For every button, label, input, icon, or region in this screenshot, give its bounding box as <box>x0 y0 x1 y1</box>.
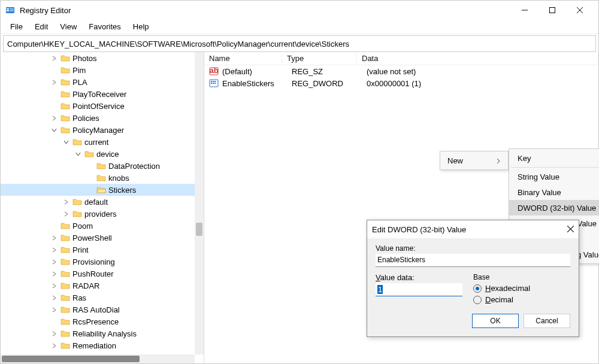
addressbar[interactable] <box>3 35 596 52</box>
cancel-button[interactable]: Cancel <box>524 314 570 328</box>
address-input[interactable] <box>7 40 592 48</box>
minimize-button[interactable] <box>511 1 539 20</box>
tree-item-label: PushRouter <box>72 269 114 278</box>
tree-item[interactable]: default <box>1 196 204 208</box>
folder-icon <box>60 222 70 230</box>
submenu-item[interactable]: Binary Value <box>509 184 599 200</box>
tree-item-label: PolicyManager <box>72 126 124 135</box>
expander-down-icon[interactable] <box>50 128 58 133</box>
col-name[interactable]: Name <box>204 54 282 63</box>
tree-item[interactable]: DataProtection <box>1 160 204 172</box>
expander-right-icon[interactable] <box>50 307 58 313</box>
tree-item[interactable]: Photos <box>1 52 204 64</box>
expander-right-icon[interactable] <box>50 259 58 265</box>
list-row[interactable]: EnableStickersREG_DWORD0x00000001 (1) <box>204 77 598 89</box>
tree-item[interactable]: RAS AutoDial <box>1 304 204 316</box>
expander-right-icon[interactable] <box>50 343 58 348</box>
tree-vertical-thumb[interactable] <box>196 223 202 236</box>
svg-rect-3 <box>10 8 14 10</box>
submenu-item[interactable]: Key <box>509 150 599 166</box>
tree-item[interactable]: Remediation <box>1 339 204 351</box>
menu-help[interactable]: Help <box>127 21 155 32</box>
reg-value-icon: ab <box>209 66 219 76</box>
radio-icon <box>473 284 482 293</box>
tree-item[interactable]: PLA <box>1 76 204 88</box>
tree-item[interactable]: current <box>1 136 204 148</box>
close-button[interactable] <box>566 1 594 20</box>
expander-right-icon[interactable] <box>50 247 58 253</box>
tree-horizontal-scrollbar[interactable] <box>1 354 195 363</box>
tree-item[interactable]: Poom <box>1 220 204 232</box>
tree-item[interactable]: Stickers <box>1 184 204 196</box>
expander-right-icon[interactable] <box>50 80 58 85</box>
maximize-button[interactable] <box>539 1 566 20</box>
radio-hexadecimal[interactable]: Hexadecimal <box>473 284 530 293</box>
submenu-item-label: Binary Value <box>518 188 561 197</box>
tree-item[interactable]: RcsPresence <box>1 316 204 327</box>
folder-icon <box>60 293 70 302</box>
tree-item[interactable]: Provisioning <box>1 256 204 268</box>
value-data-input[interactable]: 1 <box>376 283 462 296</box>
tree-item[interactable]: knobs <box>1 172 204 184</box>
chevron-right-icon <box>496 156 501 165</box>
tree-item-label: providers <box>84 210 116 219</box>
expander-right-icon[interactable] <box>50 116 58 121</box>
menu-edit[interactable]: Edit <box>29 21 54 32</box>
expander-right-icon[interactable] <box>50 271 58 277</box>
folder-icon <box>60 114 70 122</box>
dialog-close-icon[interactable] <box>567 225 574 234</box>
menu-file[interactable]: File <box>4 21 29 32</box>
tree-item[interactable]: PushRouter <box>1 268 204 280</box>
expander-right-icon[interactable] <box>50 295 58 301</box>
svg-rect-4 <box>10 10 14 11</box>
tree-item[interactable]: Policies <box>1 112 204 124</box>
tree-item[interactable]: Print <box>1 244 204 256</box>
tree-item[interactable]: Pim <box>1 64 204 76</box>
expander-down-icon[interactable] <box>74 151 82 157</box>
tree-item[interactable]: device <box>1 148 204 160</box>
tree-item-label: default <box>84 198 108 207</box>
list-row[interactable]: ab(Default)REG_SZ(value not set) <box>204 65 598 77</box>
tree-item[interactable]: PlayToReceiver <box>1 88 204 100</box>
expander-right-icon[interactable] <box>50 235 58 241</box>
expander-right-icon[interactable] <box>62 211 70 217</box>
value-name-field[interactable]: EnableStickers <box>376 254 570 267</box>
folder-icon <box>60 126 70 134</box>
list-header[interactable]: Name Type Data <box>204 52 598 65</box>
ok-button[interactable]: OK <box>472 314 519 328</box>
tree-vertical-scrollbar[interactable] <box>195 52 204 354</box>
svg-rect-14 <box>214 81 216 82</box>
radio-decimal[interactable]: Decimal <box>473 295 530 304</box>
submenu-item[interactable]: String Value <box>509 169 599 184</box>
submenu-item[interactable]: DWORD (32-bit) Value <box>509 200 599 216</box>
expander-right-icon[interactable] <box>50 56 58 61</box>
tree-item-label: Provisioning <box>72 257 115 266</box>
tree-item[interactable]: PowerShell <box>1 232 204 244</box>
expander-right-icon[interactable] <box>50 331 58 336</box>
svg-rect-15 <box>211 83 212 84</box>
tree-item[interactable]: Ras <box>1 292 204 304</box>
menu-view[interactable]: View <box>54 21 83 32</box>
tree-item[interactable]: providers <box>1 208 204 220</box>
expander-down-icon[interactable] <box>62 139 70 145</box>
context-new[interactable]: New <box>440 151 508 169</box>
col-data[interactable]: Data <box>357 54 598 63</box>
dialog-titlebar[interactable]: Edit DWORD (32-bit) Value <box>367 220 579 238</box>
tree-horizontal-thumb[interactable] <box>2 356 140 362</box>
dialog-title: Edit DWORD (32-bit) Value <box>372 225 466 234</box>
tree-pane[interactable]: PhotosPimPLAPlayToReceiverPointOfService… <box>1 52 204 363</box>
value-type: REG_SZ <box>287 67 362 76</box>
window-title: Registry Editor <box>20 6 71 15</box>
menu-favorites[interactable]: Favorites <box>83 21 126 32</box>
tree-item[interactable]: PolicyManager <box>1 124 204 136</box>
expander-right-icon[interactable] <box>50 283 58 289</box>
tree-item[interactable]: PointOfService <box>1 100 204 112</box>
tree-item[interactable]: RADAR <box>1 280 204 292</box>
svg-text:ab: ab <box>209 66 218 75</box>
tree-item[interactable]: Reliability Analysis <box>1 327 204 339</box>
col-type[interactable]: Type <box>282 54 357 63</box>
expander-right-icon[interactable] <box>62 199 70 205</box>
folder-icon <box>60 317 70 326</box>
submenu-item-label: DWORD (32-bit) Value <box>518 204 596 213</box>
context-menu[interactable]: New <box>440 151 509 170</box>
